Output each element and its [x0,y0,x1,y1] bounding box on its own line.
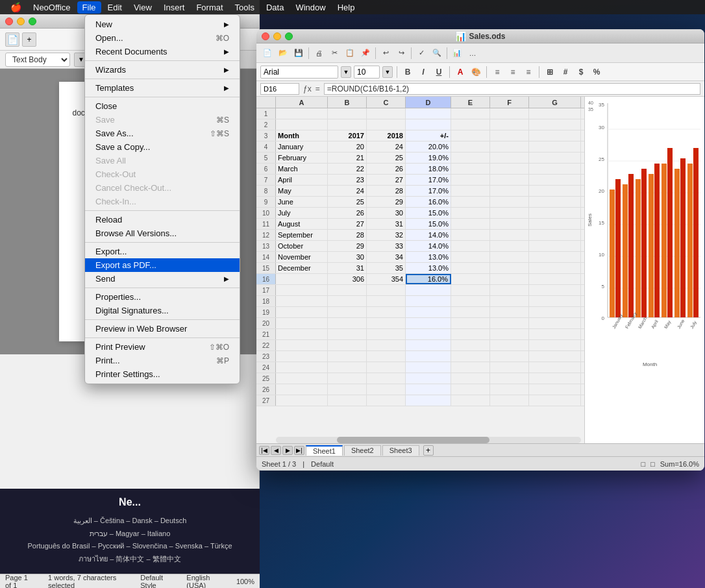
cell-D19[interactable] [406,307,451,317]
cell-D1[interactable] [406,108,451,119]
cell-C6[interactable]: 26 [367,164,406,174]
cell-D24[interactable] [406,362,451,373]
cell-B15[interactable]: 31 [328,263,367,273]
cell-C8[interactable]: 28 [367,186,406,196]
cell-F18[interactable] [490,296,529,306]
cell-D12[interactable]: 14.0% [406,230,451,240]
cell-A19[interactable] [276,307,328,317]
cell-G20[interactable] [529,318,581,328]
cell-C7[interactable]: 27 [367,175,406,185]
cell-F12[interactable] [490,230,529,240]
cell-B9[interactable]: 25 [328,197,367,207]
cell-D26[interactable] [406,384,451,395]
cell-C3[interactable]: 2018 [367,130,406,141]
cell-D2[interactable] [406,119,451,130]
cell-E27[interactable] [451,395,490,406]
table-row[interactable]: 24 [256,362,584,373]
cell-A26[interactable] [276,384,328,395]
cell-D9[interactable]: 16.0% [406,197,451,207]
number-format[interactable]: # [559,66,572,79]
cell-D8[interactable]: 17.0% [406,186,451,196]
cell-C11[interactable]: 31 [367,219,406,229]
cell-A9[interactable]: June [276,197,328,207]
cell-E20[interactable] [451,318,490,328]
cell-B2[interactable] [328,119,367,130]
cell-C4[interactable]: 24 [367,141,406,152]
tb-save[interactable]: 💾 [291,46,306,60]
cell-D27[interactable] [406,395,451,406]
menu-item-close[interactable]: Close [85,99,240,113]
menu-item-reload[interactable]: Reload [85,213,240,227]
cell-G4[interactable] [529,141,581,152]
cell-C27[interactable] [367,395,406,406]
cell-D20[interactable] [406,318,451,328]
cell-C16[interactable]: 354 [367,274,406,284]
table-row[interactable]: 9June252916.0% [256,197,584,208]
cell-F11[interactable] [490,219,529,229]
table-row[interactable]: 1 [256,108,584,119]
cell-E12[interactable] [451,230,490,240]
cell-G15[interactable] [529,263,581,273]
highlight-button[interactable]: 🎨 [469,66,482,79]
cell-E22[interactable] [451,340,490,350]
tb-cut[interactable]: ✂ [327,46,341,60]
cell-E11[interactable] [451,219,490,229]
cell-G27[interactable] [529,395,581,406]
menu-item-print-preview[interactable]: Print Preview ⇧⌘O [85,340,240,354]
cell-F17[interactable] [490,285,529,295]
cell-A13[interactable]: October [276,241,328,251]
close-button[interactable] [5,18,13,25]
cell-C5[interactable]: 25 [367,153,406,163]
cell-E26[interactable] [451,384,490,395]
cell-B13[interactable]: 29 [328,241,367,251]
cell-A22[interactable] [276,340,328,350]
cell-D23[interactable] [406,351,451,361]
cell-F25[interactable] [490,373,529,384]
cell-A21[interactable] [276,329,328,339]
cell-C17[interactable] [367,285,406,295]
menubar-window[interactable]: Window [290,1,330,14]
cell-E9[interactable] [451,197,490,207]
cell-A8[interactable]: May [276,186,328,196]
bold-button[interactable]: B [401,66,414,79]
cell-D5[interactable]: 19.0% [406,153,451,163]
align-left[interactable]: ≡ [491,66,504,79]
cell-E5[interactable] [451,153,490,163]
cell-A27[interactable] [276,395,328,406]
table-row[interactable]: 23 [256,351,584,362]
menubar-file[interactable]: File [77,1,101,14]
cell-B26[interactable] [328,384,367,395]
cell-F16[interactable] [490,274,529,284]
cell-C14[interactable]: 34 [367,252,406,262]
tb-copy[interactable]: 📋 [343,46,357,60]
menubar-help[interactable]: Help [332,1,360,14]
menubar-edit[interactable]: Edit [103,1,127,14]
menu-item-print[interactable]: Print... ⌘P [85,354,240,367]
cell-E3[interactable] [451,130,490,141]
cell-B10[interactable]: 26 [328,208,367,218]
cell-F23[interactable] [490,351,529,361]
menu-item-checkin[interactable]: Check-In... [85,195,240,208]
cell-D4[interactable]: 20.0% [406,141,451,152]
table-row[interactable]: 2 [256,119,584,130]
table-row[interactable]: 8May242817.0% [256,186,584,197]
table-row[interactable]: 21 [256,329,584,340]
table-row[interactable]: 6March222618.0% [256,164,584,175]
sheet-tab-3[interactable]: Sheet3 [382,445,419,456]
cell-E16[interactable] [451,274,490,284]
cell-B4[interactable]: 20 [328,141,367,152]
menubar-data[interactable]: Data [261,1,289,14]
cell-F19[interactable] [490,307,529,317]
menu-item-export-pdf[interactable]: Export as PDF... [85,258,240,272]
col-header-B[interactable]: B [328,97,367,108]
cell-E24[interactable] [451,362,490,373]
menu-item-digital-signatures[interactable]: Digital Signatures... [85,304,240,317]
tb-find[interactable]: 🔍 [430,46,444,60]
cell-B22[interactable] [328,340,367,350]
cell-E21[interactable] [451,329,490,339]
cell-D21[interactable] [406,329,451,339]
cell-F24[interactable] [490,362,529,373]
cell-G12[interactable] [529,230,581,240]
cell-B14[interactable]: 30 [328,252,367,262]
cell-B19[interactable] [328,307,367,317]
